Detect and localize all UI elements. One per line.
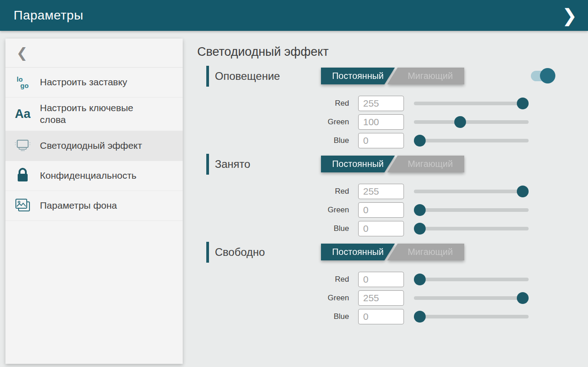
images-icon xyxy=(5,198,40,213)
slider-track[interactable] xyxy=(414,296,529,300)
collapse-panel-icon[interactable]: ❯ xyxy=(558,4,581,27)
section-free: Свободно Постоянный Мигающий Red xyxy=(206,241,569,324)
mode-segmented-control[interactable]: Постоянный Мигающий xyxy=(321,68,464,84)
slider-thumb[interactable] xyxy=(414,274,426,285)
sidebar-item-background[interactable]: Параметры фона xyxy=(5,191,183,221)
logo-icon-line2: go xyxy=(20,83,29,89)
channel-row-blue: Blue xyxy=(206,309,569,324)
channel-label: Green xyxy=(206,206,358,215)
back-icon[interactable]: ❮ xyxy=(16,45,28,61)
channel-row-red: Red xyxy=(206,96,569,111)
channel-row-green: Green xyxy=(206,290,569,305)
app-title: Параметры xyxy=(14,8,83,23)
sidebar-item-privacy[interactable]: Конфиденциальность xyxy=(5,161,183,191)
channel-row-red: Red xyxy=(206,184,569,199)
section-busy: Занято Постоянный Мигающий Red xyxy=(206,153,569,236)
sidebar-item-label: Настроить заставку xyxy=(40,76,127,88)
channel-row-blue: Blue xyxy=(206,133,569,148)
mode-option-constant-label[interactable]: Постоянный xyxy=(321,244,395,260)
slider-track[interactable] xyxy=(414,120,529,124)
red-slider[interactable] xyxy=(414,272,529,287)
section-notification: Оповещение Постоянный Мигающий Red xyxy=(206,65,569,148)
app-header: Параметры ❯ xyxy=(0,0,588,31)
slider-thumb[interactable] xyxy=(454,116,466,128)
channel-row-green: Green xyxy=(206,114,569,129)
channel-row-green: Green xyxy=(206,202,569,217)
mode-option-blinking-label[interactable]: Мигающий xyxy=(396,68,464,84)
sidebar: ❮ lo go Настроить заставку Aa Настроить … xyxy=(5,39,183,364)
channel-row-red: Red xyxy=(206,272,569,287)
sidebar-item-label: Конфиденциальность xyxy=(40,170,136,181)
sidebar-item-label: Параметры фона xyxy=(40,200,117,211)
slider-thumb[interactable] xyxy=(517,98,529,109)
mode-option-blinking-label[interactable]: Мигающий xyxy=(396,244,464,260)
slider-track[interactable] xyxy=(414,315,529,318)
red-value-input[interactable] xyxy=(358,96,404,111)
page-title: Светодиодный эффект xyxy=(197,45,569,59)
sidebar-item-keywords[interactable]: Aa Настроить ключевые слова xyxy=(5,98,183,131)
slider-thumb[interactable] xyxy=(414,135,426,147)
red-slider[interactable] xyxy=(414,184,529,199)
green-slider[interactable] xyxy=(414,290,529,305)
green-slider[interactable] xyxy=(414,114,529,129)
blue-value-input[interactable] xyxy=(358,309,404,324)
red-value-input[interactable] xyxy=(358,272,404,287)
section-accent-bar xyxy=(206,66,209,87)
channel-row-blue: Blue xyxy=(206,221,569,236)
toggle-knob xyxy=(540,68,555,83)
channel-label: Blue xyxy=(206,136,358,145)
section-name: Свободно xyxy=(215,246,265,259)
lock-icon xyxy=(5,168,40,183)
logo-icon: lo go xyxy=(5,76,40,88)
slider-thumb[interactable] xyxy=(517,186,529,197)
blue-slider[interactable] xyxy=(414,221,529,236)
section-accent-bar xyxy=(206,154,209,175)
blue-slider[interactable] xyxy=(414,133,529,148)
green-slider[interactable] xyxy=(414,202,529,217)
blue-value-input[interactable] xyxy=(358,133,404,148)
channel-label: Red xyxy=(206,187,358,196)
blue-value-input[interactable] xyxy=(358,221,404,236)
section-name: Оповещение xyxy=(215,70,280,83)
mode-option-constant-label[interactable]: Постоянный xyxy=(321,156,395,172)
mode-option-constant-label[interactable]: Постоянный xyxy=(321,68,395,84)
section-name: Занято xyxy=(215,158,250,171)
channel-label: Green xyxy=(206,294,358,303)
slider-thumb[interactable] xyxy=(414,223,426,235)
slider-track[interactable] xyxy=(414,227,529,230)
channel-label: Blue xyxy=(206,224,358,233)
sidebar-item-splash-screen[interactable]: lo go Настроить заставку xyxy=(5,68,183,98)
green-value-input[interactable] xyxy=(358,114,404,130)
channel-label: Blue xyxy=(206,312,358,321)
red-value-input[interactable] xyxy=(358,184,404,199)
sidebar-item-label: Настроить ключевые слова xyxy=(40,102,153,126)
sidebar-back-row[interactable]: ❮ xyxy=(5,39,183,68)
slider-track[interactable] xyxy=(414,278,529,281)
mode-option-blinking-label[interactable]: Мигающий xyxy=(396,156,464,172)
notification-toggle[interactable] xyxy=(531,67,555,84)
green-value-input[interactable] xyxy=(358,290,404,306)
slider-thumb[interactable] xyxy=(517,292,529,304)
section-accent-bar xyxy=(206,242,209,263)
slider-track[interactable] xyxy=(414,139,529,142)
slider-thumb[interactable] xyxy=(414,311,426,323)
display-icon xyxy=(5,138,40,153)
channel-label: Red xyxy=(206,99,358,108)
slider-track[interactable] xyxy=(414,102,529,105)
main-content: Светодиодный эффект Оповещение Постоянны… xyxy=(197,39,569,329)
sidebar-item-label: Светодиодный эффект xyxy=(40,140,142,152)
channel-label: Green xyxy=(206,117,358,127)
sidebar-item-led-effect[interactable]: Светодиодный эффект xyxy=(5,131,183,161)
red-slider[interactable] xyxy=(414,96,529,111)
slider-track[interactable] xyxy=(414,208,529,212)
channel-label: Red xyxy=(206,275,358,284)
slider-thumb[interactable] xyxy=(414,204,426,216)
mode-segmented-control[interactable]: Постоянный Мигающий xyxy=(321,156,464,172)
green-value-input[interactable] xyxy=(358,202,404,218)
blue-slider[interactable] xyxy=(414,309,529,324)
text-aa-icon: Aa xyxy=(5,108,40,120)
slider-track[interactable] xyxy=(414,190,529,193)
mode-segmented-control[interactable]: Постоянный Мигающий xyxy=(321,244,464,260)
